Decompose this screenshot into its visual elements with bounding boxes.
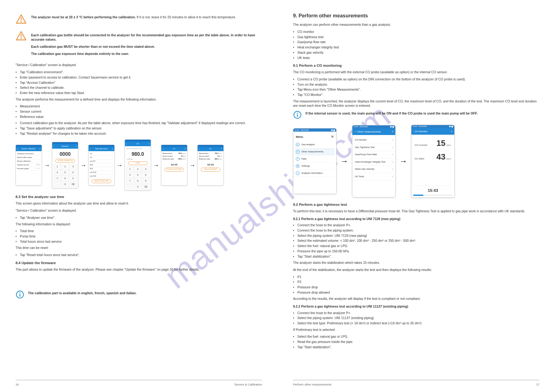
screenshot-enter-reference: ‹CO≡ Enter new reference value 980.0 at …	[125, 139, 151, 191]
p91-a: The CO monitoring is performed with the …	[293, 70, 539, 74]
section-9-1-title: 9.1 Perform a CO monitoring	[293, 63, 539, 68]
arrow-icon: →	[80, 161, 86, 169]
arrow-icon: →	[153, 161, 159, 169]
list-item: Select the test type: Preliminary test (…	[293, 321, 539, 326]
list-item: Connect calibration gas to the analyzer.…	[16, 121, 262, 125]
page-number-left: 16	[16, 382, 19, 386]
arrow-icon: →	[189, 161, 195, 169]
p83-reset: This time can be reset:	[16, 246, 262, 250]
p91-b: The measurement is launched, the analyze…	[293, 99, 539, 108]
svg-point-5	[19, 292, 21, 294]
section-8-4-title: 8.4 Update the firmware	[16, 260, 262, 265]
screenshot-password: ‹Password≡ 0000 ACCESS CALIBRATION 123 4…	[52, 142, 78, 188]
section-8-3-title: 8.3 Set the analyzer use time	[16, 194, 262, 199]
list-item: Total hours since last service	[16, 239, 262, 244]
list-item: Connect the hose to the analyzer P+.	[293, 223, 539, 228]
warning-1: The analyzer must be at 20 ± 3 °C before…	[16, 14, 262, 26]
warning-icon	[16, 14, 27, 26]
list-item: Pressure drop allowed	[293, 290, 539, 295]
list-item: Select the piping system: UNI 7129 (new …	[293, 233, 539, 238]
footer-right-title: Perform other measurements	[293, 382, 332, 386]
arrow-icon: →	[399, 155, 407, 167]
calibration-screen-para: "Service / Calibration" screen is displa…	[16, 63, 262, 67]
arrow-icon: →	[117, 161, 123, 169]
p921-stab: The analyzer starts the stabilization wh…	[293, 260, 539, 265]
measurement-info-list: Measurement Sensor current Reference val…	[16, 104, 262, 119]
info-note-internal-sensor: If the internal sensor is used, the main…	[293, 110, 539, 120]
p83-list-intro: The following information is displayed:	[16, 222, 262, 227]
svg-rect-9	[297, 114, 298, 117]
warning-2-text: Each calibration gas bottle should be co…	[31, 30, 262, 59]
svg-point-8	[297, 113, 298, 114]
screenshot-menu: 10:35 - 15/12/2021▮▮ ▆ Menu✕ ◎Gas analys…	[293, 128, 337, 194]
page-right: 9. Perform other measurements The analyz…	[278, 0, 555, 392]
list-item: Tap "Reset total hours since last servic…	[16, 253, 262, 257]
page-left: The analyzer must be at 20 ± 3 °C before…	[0, 0, 278, 392]
p83-nav: "Service / Calibration" screen is displa…	[16, 208, 262, 213]
list-item: Tap Menu icon then "Other Measurements".	[293, 87, 539, 92]
list-item: Tap "Calibration environment".	[16, 70, 262, 74]
list-item: Enter password to access to calibration.…	[16, 75, 262, 80]
calibration-flow-screenshots: ‹Service / Calibration≡ Calibration envi…	[16, 139, 262, 191]
list-item: Read the gas pressure inside the pipe.	[293, 340, 539, 344]
list-item: Stack gas velocity	[293, 50, 539, 55]
info-internal-text: If the internal sensor is used, the main…	[305, 111, 478, 115]
p92-a: To perform this test, it is necessary to…	[293, 209, 539, 214]
calibration-steps-a: Tap "Calibration environment". Enter pas…	[16, 70, 262, 95]
list-item: Select the fuel: natural gas or LPG.	[293, 334, 539, 339]
arrow-icon: →	[44, 161, 50, 169]
p921-comp: According to the results, the analyzer w…	[293, 296, 539, 301]
list-item: CO monitor	[293, 29, 539, 34]
list-item: Connect the hose to the piping system.	[293, 228, 539, 233]
calibration-steps-b: Connect calibration gas to the analyzer.…	[16, 121, 262, 136]
section-9-2-title: 9.2 Perform a gas tightness test	[293, 202, 539, 207]
list-item: Tap "Access Calibration"	[16, 80, 262, 85]
list-item: P1	[293, 275, 539, 279]
list-item: Turn on the analyzer.	[293, 82, 539, 87]
info-note-languages: The calibration part is available in eng…	[16, 290, 262, 300]
list-item: Select the channel to calibrate.	[16, 85, 262, 90]
screenshot-service-calibration: ‹Service / Calibration≡ Calibration envi…	[16, 145, 42, 186]
list-item: Tap "Start stabilization".	[293, 254, 539, 259]
list-item: Total time	[16, 229, 262, 233]
info-icon	[16, 290, 24, 300]
section-9-2-1-title: 9.2.1 Perform a gas tightness test accor…	[293, 217, 539, 221]
screenshot-co-monitor: 10:35 - 15/12/2021▮▮ ▆ ‹ CO Monitor≡ CO …	[411, 125, 455, 198]
list-item: Select the fuel: natural gas or LPG	[293, 244, 539, 248]
list-item: Connect a CO probe (available as option)…	[293, 77, 539, 82]
list-item: Connect the hose to the analyzer P+.	[293, 311, 539, 315]
apply-measurement-para: The analyzer performs the measurement fo…	[16, 97, 262, 102]
list-item: Enter the new reference value then tap S…	[16, 91, 262, 95]
list-item: Gas tightness test	[293, 35, 539, 39]
p84: This part allows to update the firmware …	[16, 267, 262, 272]
list-item: Tap "Start stabilization".	[293, 345, 539, 349]
chapter-9-title: 9. Perform other measurements	[293, 12, 539, 19]
list-item: Tap "Analyser use time".	[16, 215, 262, 220]
list-item: Reference value	[16, 115, 262, 119]
list-item: Tap "Save adjustment" to apply calibrati…	[16, 126, 262, 131]
list-item: P2	[293, 280, 539, 284]
list-item: UK tests	[293, 56, 539, 60]
screenshot-validate: ‹CO≡ Measurement700.0ppm Sensor current5…	[161, 145, 187, 186]
chapter-9-intro: The analyzer can perform other measureme…	[293, 22, 539, 27]
co-monitor-flow-screenshots: 10:35 - 15/12/2021▮▮ ▆ Menu✕ ◎Gas analys…	[293, 125, 539, 198]
list-item: Measurement	[16, 104, 262, 109]
warning-1-text: The analyzer must be at 20 ± 3 °C before…	[31, 14, 262, 26]
list-item: Sensor current	[16, 109, 262, 114]
page-number-right: 17	[536, 382, 539, 386]
arrow-icon: →	[340, 155, 348, 167]
warning-2: Each calibration gas bottle should be co…	[16, 30, 262, 59]
list-item: Heat exchanger integrity test	[293, 45, 539, 50]
svg-point-1	[21, 21, 22, 22]
p921-end: At the end of the stabilization, the ana…	[293, 268, 539, 272]
p83-intro: This screen gives information about the …	[16, 201, 262, 206]
list-item: Pressure drop	[293, 285, 539, 290]
screenshot-select-gas: ‹Select gas sensor≡ O2› CO› Low NO› NO2›…	[88, 145, 115, 186]
list-item: Gas/pump flow rate	[293, 40, 539, 44]
list-item: Pump time	[16, 234, 262, 239]
screenshot-save: ‹CO≡ Measurement700.0ppm Sensor current6…	[197, 145, 224, 186]
section-9-2-2-title: 9.2.2 Perform a gas tightness test accor…	[293, 304, 539, 309]
info-icon	[293, 110, 302, 120]
screenshot-other-measurements: 10:35 - 15/12/2021▮▮ ▆ 〰 Other measureme…	[352, 125, 396, 197]
list-item: Tap "Restart analyser" for changes to be…	[16, 131, 262, 136]
